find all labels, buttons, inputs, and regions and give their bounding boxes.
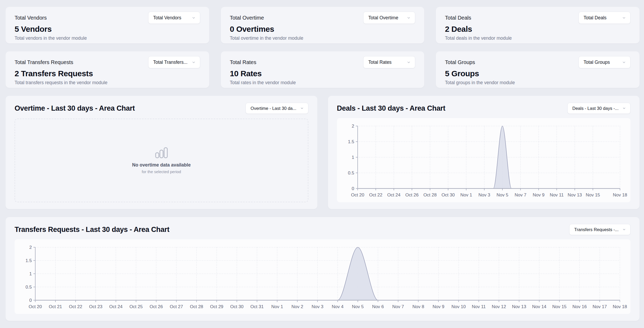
bar-chart-icon [155,147,168,159]
stat-title: Total Groups [445,59,475,65]
dropdown-value: Total Deals [584,15,607,21]
dropdown-value: Total Rates [368,60,392,65]
svg-text:Nov 5: Nov 5 [496,192,508,197]
stat-description: Total vendors in the vendor module [15,35,200,41]
total-vendors-dropdown[interactable]: Total Vendors [148,12,200,24]
svg-text:1.5: 1.5 [348,139,354,144]
dropdown-value: Total Transfers... [153,60,187,65]
stat-title: Total Transfers Requests [15,59,73,65]
svg-text:Nov 11: Nov 11 [472,304,486,309]
svg-text:Nov 3: Nov 3 [478,192,490,197]
stat-description: Total overtime in the vendor module [230,35,415,41]
svg-text:Nov 13: Nov 13 [512,304,526,309]
svg-text:Nov 2: Nov 2 [291,304,303,309]
svg-text:Oct 21: Oct 21 [49,304,62,309]
svg-text:Oct 26: Oct 26 [150,304,163,309]
dropdown-value: Transfers Requests -... [574,227,619,232]
chevron-down-icon [192,16,196,20]
svg-text:Nov 4: Nov 4 [332,304,343,309]
stat-description: Total transfers requests in the vendor m… [15,80,200,86]
chevron-down-icon [407,16,411,20]
svg-text:Nov 11: Nov 11 [550,192,564,197]
stat-value: 0 Overtimes [230,25,415,34]
svg-text:2: 2 [352,124,354,129]
stat-description: Total rates in the vendor module [230,80,415,86]
svg-text:Oct 20: Oct 20 [351,192,364,197]
svg-text:Nov 1: Nov 1 [460,192,472,197]
dropdown-value: Total Groups [584,60,610,65]
total-transfers-dropdown[interactable]: Total Transfers... [148,56,200,68]
dropdown-value: Overtime - Last 30 da... [251,106,296,111]
total-groups-dropdown[interactable]: Total Groups [579,56,630,68]
svg-text:Oct 30: Oct 30 [230,304,243,309]
svg-text:Nov 8: Nov 8 [412,304,424,309]
chevron-down-icon [300,106,304,110]
dashboard-page: Total Vendors Total Vendors 5 Vendors To… [0,0,644,326]
stat-value: 5 Vendors [15,25,200,34]
svg-text:0.5: 0.5 [25,285,32,290]
svg-text:Oct 22: Oct 22 [69,304,82,309]
empty-state-subtitle: for the selected period [142,169,181,174]
svg-text:Oct 22: Oct 22 [369,192,382,197]
svg-text:1.5: 1.5 [25,258,32,263]
stat-value: 5 Groups [445,69,630,78]
chevron-down-icon [622,60,626,64]
svg-text:Nov 1: Nov 1 [271,304,283,309]
chevron-down-icon [192,60,196,64]
svg-text:Oct 28: Oct 28 [423,192,436,197]
stat-title: Total Rates [230,59,256,65]
svg-text:Nov 7: Nov 7 [514,192,526,197]
svg-text:Nov 17: Nov 17 [593,304,607,309]
overtime-chart-card: Overtime - Last 30 days - Area Chart Ove… [6,96,317,209]
svg-text:Nov 12: Nov 12 [492,304,506,309]
stat-description: Total deals in the vendor module [445,35,630,41]
svg-text:1: 1 [29,271,32,276]
svg-text:Nov 9: Nov 9 [533,192,544,197]
chevron-down-icon [622,16,626,20]
chart-title: Deals - Last 30 days - Area Chart [337,104,445,113]
deals-chart-dropdown[interactable]: Deals - Last 30 days -... [567,103,630,114]
overtime-empty-state: No overtime data available for the selec… [15,119,308,202]
svg-text:Oct 24: Oct 24 [387,192,400,197]
svg-text:Nov 14: Nov 14 [532,304,546,309]
stat-card-total-rates: Total Rates Total Rates 10 Rates Total r… [221,51,424,88]
svg-text:Oct 30: Oct 30 [441,192,455,197]
stats-grid: Total Vendors Total Vendors 5 Vendors To… [6,7,639,88]
stat-value: 10 Rates [230,69,415,78]
svg-text:Oct 27: Oct 27 [170,304,183,309]
transfers-chart-dropdown[interactable]: Transfers Requests -... [569,224,630,235]
stat-card-total-deals: Total Deals Total Deals 2 Deals Total de… [436,7,639,43]
chevron-down-icon [407,60,411,64]
svg-text:Nov 15: Nov 15 [552,304,567,309]
svg-text:2: 2 [29,245,32,250]
total-deals-dropdown[interactable]: Total Deals [579,12,630,24]
stat-title: Total Vendors [15,15,47,21]
svg-text:Nov 6: Nov 6 [372,304,384,309]
svg-text:Nov 9: Nov 9 [432,304,444,309]
stat-card-total-vendors: Total Vendors Total Vendors 5 Vendors To… [6,7,209,43]
svg-text:Oct 26: Oct 26 [405,192,418,197]
svg-text:Nov 18: Nov 18 [613,192,627,197]
total-rates-dropdown[interactable]: Total Rates [363,56,415,68]
svg-text:Oct 25: Oct 25 [129,304,143,309]
deals-area-chart: 00.511.52Oct 20Oct 22Oct 24Oct 26Oct 28O… [337,118,631,202]
svg-text:1: 1 [352,155,354,160]
stat-value: 2 Deals [445,25,630,34]
transfers-area-chart: 00.511.52Oct 20Oct 21Oct 22Oct 23Oct 24O… [15,239,630,314]
svg-text:Oct 20: Oct 20 [29,304,42,309]
svg-text:Oct 28: Oct 28 [190,304,203,309]
total-overtime-dropdown[interactable]: Total Overtime [363,12,415,24]
svg-text:Nov 18: Nov 18 [613,304,627,309]
svg-text:Oct 31: Oct 31 [250,304,264,309]
svg-text:Nov 7: Nov 7 [392,304,404,309]
svg-text:0: 0 [352,186,354,191]
svg-text:Oct 24: Oct 24 [109,304,122,309]
overtime-chart-dropdown[interactable]: Overtime - Last 30 da... [246,103,308,114]
chevron-down-icon [622,228,626,231]
stat-title: Total Deals [445,15,471,21]
dropdown-value: Total Vendors [153,15,181,21]
stat-card-total-transfers-requests: Total Transfers Requests Total Transfers… [6,51,209,88]
svg-text:Nov 16: Nov 16 [572,304,587,309]
svg-text:Nov 5: Nov 5 [352,304,363,309]
empty-state-title: No overtime data available [132,162,191,168]
